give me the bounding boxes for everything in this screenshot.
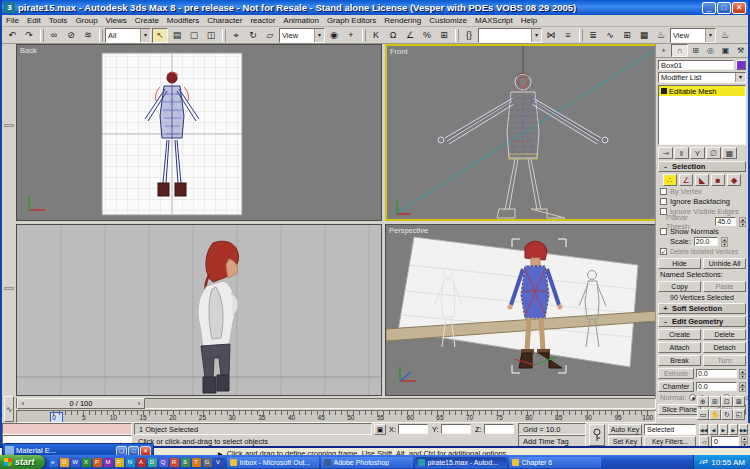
quick-launch-icon[interactable]: V (214, 458, 223, 467)
paste-button[interactable]: Paste (703, 281, 746, 292)
quick-launch-icon[interactable]: P (93, 458, 102, 467)
bind-to-spacewarp-icon[interactable]: ≋ (80, 28, 96, 43)
next-frame-button[interactable]: ▶ (729, 424, 738, 435)
quick-launch-icon[interactable]: T (192, 458, 201, 467)
mirror-button[interactable]: ⋈ (543, 28, 559, 43)
tab-create[interactable]: + (656, 44, 671, 57)
network-icon[interactable]: ⇄ (702, 458, 708, 465)
extrude-field[interactable]: 0.0 (696, 369, 737, 378)
break-button[interactable]: Break (658, 355, 701, 366)
menu-item[interactable]: MAXScript (471, 16, 517, 25)
delete-isolated-checkbox[interactable]: ✓ (660, 248, 667, 255)
attach-button[interactable]: Attach (658, 342, 701, 353)
selection-filter-dropdown[interactable]: All (105, 28, 151, 43)
element-mode-button[interactable]: ◆ (727, 174, 741, 186)
quick-launch-icon[interactable]: D (148, 458, 157, 467)
percent-snap-button[interactable]: % (419, 28, 435, 43)
make-unique-button[interactable]: Y (690, 147, 705, 159)
next-frame-arrow[interactable]: › (134, 400, 144, 407)
chamfer-field[interactable]: 0.0 (696, 382, 737, 391)
menu-item[interactable]: Help (517, 16, 541, 25)
object-name-field[interactable]: Box01 (658, 60, 734, 70)
pan-button[interactable]: ✋ (709, 409, 721, 420)
quick-launch-icon[interactable]: N (126, 458, 135, 467)
select-and-scale-button[interactable]: ▱ (262, 28, 278, 43)
menu-item[interactable]: Group (71, 16, 101, 25)
remove-modifier-button[interactable]: ∅ (706, 147, 721, 159)
select-and-link-icon[interactable]: ∞ (46, 28, 62, 43)
schematic-view-button[interactable]: ⊞ (619, 28, 635, 43)
quick-launch-icon[interactable]: W (71, 458, 80, 467)
quick-launch-icon[interactable]: R (170, 458, 179, 467)
track-bar[interactable]: 0510152025303540455055606570758085909510… (16, 410, 656, 423)
snap-toggle-3d-button[interactable]: Ω (385, 28, 401, 43)
face-mode-button[interactable]: ◣ (695, 174, 709, 186)
layer-manager-button[interactable]: ≣ (585, 28, 601, 43)
slice-plane-button[interactable]: Slice Plane (658, 404, 701, 415)
unlink-selection-icon[interactable]: ⊘ (63, 28, 79, 43)
selection-rollout-header[interactable]: - Selection (658, 161, 746, 172)
render-type-dropdown[interactable]: View (670, 28, 716, 43)
scale-field[interactable]: 20.0 (694, 237, 718, 246)
menu-item[interactable]: Rendering (380, 16, 425, 25)
hide-button[interactable]: Hide (658, 258, 701, 269)
time-slider-thumb[interactable]: ‹ 0 / 100 › (17, 398, 145, 409)
edit-named-selections-button[interactable]: {} (461, 28, 477, 43)
play-button[interactable]: ▶ (719, 424, 728, 435)
scale-spinner[interactable]: ▲▼ (721, 237, 728, 246)
title-bar[interactable]: 3 pirate15.max - Autodesk 3ds Max 8 - pr… (2, 0, 748, 15)
edge-mode-button[interactable]: ∠ (679, 174, 693, 186)
mini-window-close-button[interactable]: ✕ (140, 446, 151, 456)
select-and-rotate-button[interactable]: ↻ (245, 28, 261, 43)
auto-key-button[interactable]: Auto Key (608, 424, 642, 435)
y-coordinate-field[interactable] (441, 424, 471, 434)
angle-snap-button[interactable]: ∠ (402, 28, 418, 43)
menu-item[interactable]: Tools (45, 16, 72, 25)
ignore-backfacing-checkbox[interactable] (660, 198, 667, 205)
selection-region-button[interactable]: ▢ (186, 28, 202, 43)
object-color-swatch[interactable] (736, 60, 746, 70)
chamfer-button[interactable]: Chamfer (658, 381, 694, 392)
turn-button[interactable]: Turn (703, 355, 746, 366)
detach-button[interactable]: Detach (703, 342, 746, 353)
select-object-button[interactable]: ↖ (152, 28, 168, 43)
select-and-move-button[interactable]: ⌖ (228, 28, 244, 43)
viewport-left-shaded[interactable] (16, 224, 382, 396)
curve-editor-button[interactable]: ∿ (602, 28, 618, 43)
task-outlook[interactable]: Inbox - Microsoft Out... (227, 457, 319, 468)
show-end-result-button[interactable]: ‖ (674, 147, 689, 159)
menu-item[interactable]: Modifiers (163, 16, 203, 25)
tab-display[interactable]: ▣ (718, 44, 733, 57)
planar-thresh-spinner[interactable]: ▲▼ (739, 217, 746, 226)
key-mode-dropdown[interactable]: Selected (644, 424, 696, 435)
vertex-mode-button[interactable]: ∴ (663, 174, 677, 186)
viewport-back-label[interactable]: Back (20, 46, 37, 55)
previous-frame-arrow[interactable]: ‹ (18, 400, 28, 407)
z-coordinate-field[interactable] (484, 424, 514, 434)
lock-selection-toggle[interactable]: ▣ (374, 424, 386, 435)
close-button[interactable]: ✕ (732, 2, 746, 14)
tab-utilities[interactable]: ⚒ (733, 44, 748, 57)
quick-render-button[interactable]: ♨ (717, 28, 733, 43)
menu-item[interactable]: Views (102, 16, 131, 25)
go-to-start-button[interactable]: ◀◀ (699, 424, 708, 435)
by-vertex-checkbox[interactable] (660, 188, 667, 195)
named-selection-dropdown[interactable] (478, 28, 542, 43)
create-button[interactable]: Create (658, 329, 701, 340)
menu-item[interactable]: Create (131, 16, 163, 25)
previous-frame-button[interactable]: ◀ (709, 424, 718, 435)
use-pivot-center-button[interactable]: ◉ (326, 28, 342, 43)
quick-launch-icon[interactable]: F (115, 458, 124, 467)
chamfer-spinner[interactable]: ▲▼ (739, 382, 746, 391)
unhide-all-button[interactable]: Unhide All (703, 258, 746, 269)
quick-launch-icon[interactable]: M (104, 458, 113, 467)
normal-group-radio[interactable] (689, 394, 696, 401)
zoom-extents-all-button[interactable]: ⊠ (733, 396, 745, 407)
planar-thresh-field[interactable]: 45.0 (715, 217, 736, 226)
minimize-button[interactable]: _ (702, 2, 716, 14)
mini-window-maximize-button[interactable]: □ (128, 446, 139, 456)
show-normals-checkbox[interactable] (660, 228, 667, 235)
menu-item[interactable]: File (2, 16, 23, 25)
region-zoom-button[interactable]: ▭ (697, 409, 709, 420)
maxscript-mini-listener-macro[interactable] (2, 423, 132, 435)
